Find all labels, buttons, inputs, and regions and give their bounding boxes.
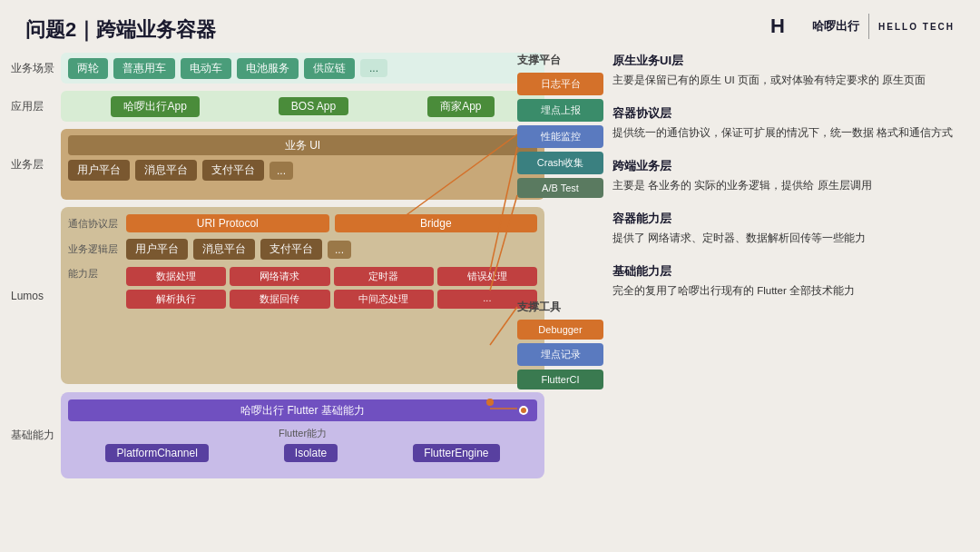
cap-6: 中间态处理 (334, 290, 434, 309)
tool-1[interactable]: 埋点记录 (517, 343, 603, 366)
biz-plat-2: 支付平台 (202, 160, 264, 181)
biz-ui-bar: 业务 UI (68, 135, 537, 155)
app-0: 哈啰出行App (111, 96, 199, 117)
logic-plat-0: 用户平台 (126, 239, 188, 260)
biz-plat-0: 用户平台 (68, 160, 130, 181)
desc1-block: 原生业务UI层 主要是保留已有的原生 UI 页面，或对体验有特定要求的 原生页面 (612, 53, 969, 89)
desc5-block: 基础能力层 完全的复用了哈啰出行现有的 Flutter 全部技术能力 (612, 263, 969, 300)
logo-brand: 哈啰出行 (812, 18, 859, 34)
desc5-text: 完全的复用了哈啰出行现有的 Flutter 全部技术能力 (612, 282, 969, 300)
desc2-text: 提供统一的通信协议，保证可扩展的情况下，统一数据 格式和通信方式 (612, 124, 969, 142)
right-desc-area: 原生业务UI层 主要是保留已有的原生 UI 页面，或对体验有特定要求的 原生页面… (612, 53, 969, 309)
desc2-block: 容器协议层 提供统一的通信协议，保证可扩展的情况下，统一数据 格式和通信方式 (612, 105, 969, 142)
flutter-0: PlatformChannel (105, 444, 208, 462)
lumos-label: Lumos (11, 290, 61, 302)
support-1[interactable]: 埋点上报 (517, 99, 603, 122)
scene-tag-1: 普惠用车 (113, 58, 175, 79)
biz-row: 业务层 业务 UI 用户平台 消息平台 支付平台 ... (11, 129, 544, 200)
desc3-title: 跨端业务层 (612, 158, 969, 174)
scene-container: 两轮 普惠用车 电动车 电池服务 供应链 ... (61, 53, 544, 84)
right-support-platform: 支撑平台 日志平台 埋点上报 性能监控 Crash收集 A/B Test (517, 53, 603, 202)
cap-3: 错误处理 (437, 267, 537, 286)
cap-1: 网络请求 (230, 267, 329, 286)
base-container: 哈啰出行 Flutter 基础能力 Flutter能力 PlatformChan… (61, 392, 544, 478)
base-label: 基础能力 (11, 428, 61, 443)
desc5-title: 基础能力层 (612, 263, 969, 280)
scene-tag-2: 电动车 (181, 58, 231, 79)
lumos-container: 通信协议层 URI Protocol Bridge 业务逻辑层 用户平台 消息平… (61, 207, 544, 384)
logo-area: H 哈啰出行 HELLO TECH (770, 13, 955, 40)
svg-text:H: H (770, 15, 785, 37)
capability-area: 能力层 数据处理 网络请求 定时器 错误处理 解析执行 数据回传 中间态处理 (68, 267, 537, 309)
tool-0[interactable]: Debugger (517, 320, 603, 340)
comm-label: 通信协议层 (68, 217, 121, 231)
desc3-block: 跨端业务层 主要是 各业务的 实际的业务逻辑，提供给 原生层调用 (612, 158, 969, 194)
logo-divider (868, 14, 869, 39)
flutter-items: PlatformChannel Isolate FlutterEngine (68, 444, 537, 462)
support-3[interactable]: Crash收集 (517, 152, 603, 174)
biz-logic-label: 业务逻辑层 (68, 242, 121, 256)
cap-0: 数据处理 (126, 267, 226, 286)
logic-plat-2: 支付平台 (260, 239, 322, 260)
scene-tag-0: 两轮 (68, 58, 108, 79)
support-platform-title: 支撑平台 (517, 53, 603, 68)
app-label: 应用层 (11, 99, 61, 114)
right-support-tools: 支撑工具 Debugger 埋点记录 FlutterCI (517, 300, 603, 393)
flutter-dot (519, 406, 528, 415)
desc4-title: 容器能力层 (612, 211, 969, 227)
desc4-text: 提供了 网络请求、定时器、数据解析回传等一些能力 (612, 230, 969, 247)
logic-more: ... (328, 241, 351, 259)
support-4[interactable]: A/B Test (517, 178, 603, 198)
support-tools-title: 支撑工具 (517, 300, 603, 315)
biz-label: 业务层 (11, 157, 61, 172)
support-0[interactable]: 日志平台 (517, 73, 603, 95)
comm-protocol-row: 通信协议层 URI Protocol Bridge (68, 214, 537, 232)
cap-5: 数据回传 (230, 290, 329, 309)
scene-tag-4: 供应链 (304, 58, 355, 79)
app-container: 哈啰出行App BOS App 商家App (61, 91, 544, 122)
scene-tag-3: 电池服务 (237, 58, 299, 79)
bridge-tag: Bridge (335, 214, 538, 232)
tool-2[interactable]: FlutterCI (517, 370, 603, 389)
desc3-text: 主要是 各业务的 实际的业务逻辑，提供给 原生层调用 (612, 177, 969, 194)
biz-logic-row: 业务逻辑层 用户平台 消息平台 支付平台 ... (68, 239, 537, 260)
app-1: BOS App (279, 97, 348, 115)
biz-plat-1: 消息平台 (135, 160, 197, 181)
page-title: 问题2｜跨端业务容器 (25, 16, 216, 44)
cap-grid-area: 数据处理 网络请求 定时器 错误处理 解析执行 数据回传 中间态处理 ... (126, 267, 537, 309)
support-2[interactable]: 性能监控 (517, 125, 603, 148)
cap-4: 解析执行 (126, 290, 226, 309)
cap-label: 能力层 (68, 267, 121, 309)
scene-label: 业务场景 (11, 61, 61, 76)
app-row: 应用层 哈啰出行App BOS App 商家App (11, 91, 544, 122)
biz-container: 业务 UI 用户平台 消息平台 支付平台 ... (61, 129, 544, 200)
scene-more: ... (360, 59, 387, 77)
biz-more: ... (270, 162, 293, 180)
base-row: 基础能力 哈啰出行 Flutter 基础能力 Flutter能力 Platfor… (11, 392, 544, 478)
app-2: 商家App (427, 96, 494, 117)
flutter-sub-label: Flutter能力 (68, 427, 537, 440)
scene-row: 业务场景 两轮 普惠用车 电动车 电池服务 供应链 ... (11, 53, 544, 84)
desc1-text: 主要是保留已有的原生 UI 页面，或对体验有特定要求的 原生页面 (612, 72, 969, 89)
flutter-base-bar: 哈啰出行 Flutter 基础能力 (68, 399, 537, 421)
lumos-row: Lumos 通信协议层 URI Protocol Bridge 业务逻辑层 用户… (11, 207, 544, 384)
desc2-title: 容器协议层 (612, 105, 969, 122)
cap-2: 定时器 (334, 267, 434, 286)
logic-plat-1: 消息平台 (193, 239, 255, 260)
flutter-2: FlutterEngine (413, 444, 499, 462)
desc1-title: 原生业务UI层 (612, 53, 969, 69)
uri-protocol: URI Protocol (126, 214, 329, 232)
logo-tech: HELLO TECH (878, 22, 955, 32)
desc4-block: 容器能力层 提供了 网络请求、定时器、数据解析回传等一些能力 (612, 211, 969, 247)
flutter-1: Isolate (284, 444, 338, 462)
